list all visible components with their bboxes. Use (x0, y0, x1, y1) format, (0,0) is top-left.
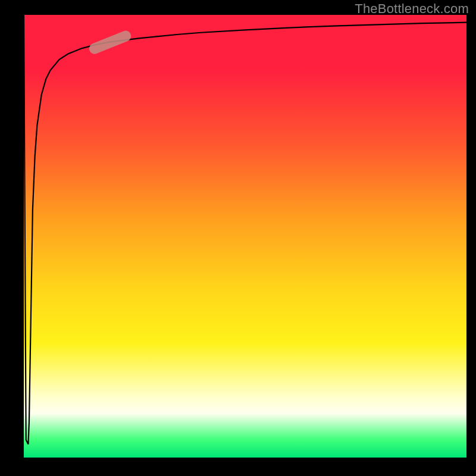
chart-frame: TheBottleneck.com (0, 0, 476, 476)
plot-area (24, 15, 466, 458)
watermark-text: TheBottleneck.com (355, 1, 469, 17)
